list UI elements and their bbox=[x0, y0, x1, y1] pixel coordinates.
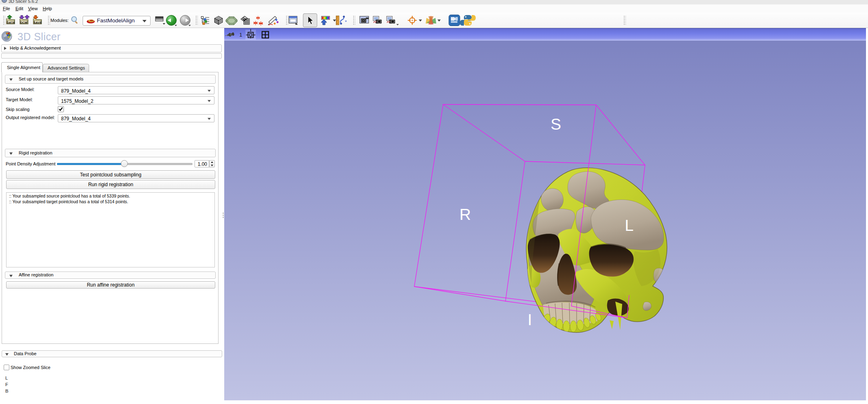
svg-text:S: S bbox=[551, 115, 561, 133]
svg-text:R: R bbox=[459, 206, 471, 223]
svg-text:SAVE: SAVE bbox=[34, 21, 42, 24]
svg-text:I: I bbox=[528, 311, 532, 328]
svg-text:DATA: DATA bbox=[7, 21, 15, 24]
svg-text:L: L bbox=[625, 217, 634, 234]
svg-text:DCM: DCM bbox=[20, 21, 27, 24]
